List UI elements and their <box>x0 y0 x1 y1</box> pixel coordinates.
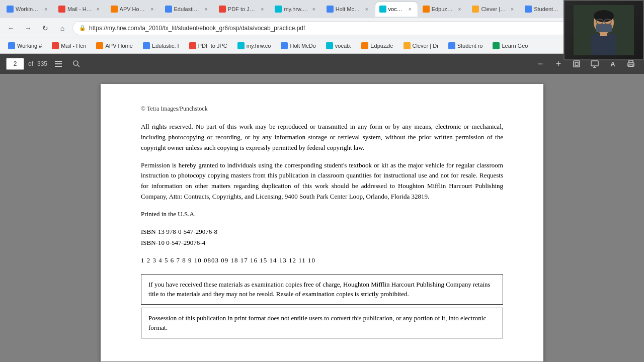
copyright-para: All rights reserved. No part of this wor… <box>141 122 503 153</box>
tab-pdftojpc[interactable]: PDF to JPC× <box>214 2 271 17</box>
tab-close-edulastic[interactable]: × <box>203 6 210 13</box>
isbn-block: ISBN-13 978-0-547-29076-8 ISBN-10 0-547-… <box>141 227 503 249</box>
isbn13: ISBN-13 978-0-547-29076-8 <box>141 227 503 237</box>
search-button[interactable] <box>69 57 84 71</box>
tab-close-edpuzzle[interactable]: × <box>456 6 463 13</box>
tab-favicon-working <box>7 6 14 13</box>
tab-favicon-clever <box>472 6 479 13</box>
address-bar[interactable]: 🔒 https://my.hrw.com/la_2010/tx_lit/stud… <box>72 21 606 35</box>
pdf-toolbar: of 335 − + <box>0 54 644 74</box>
tab-close-pdftojpc[interactable]: × <box>259 6 266 13</box>
tab-favicon-apv <box>111 6 118 13</box>
tab-label-clever: Clever | Di <box>481 6 507 12</box>
svg-line-4 <box>77 65 79 67</box>
bookmark-favicon <box>52 42 59 49</box>
tab-label-student: Student ro <box>534 6 559 12</box>
tab-edpuzzle[interactable]: Edpuzzle× <box>418 2 468 17</box>
examination-notice: If you have received these materials as … <box>141 274 503 305</box>
tab-edulastic[interactable]: Edulastic: I× <box>160 2 214 17</box>
svg-rect-2 <box>55 66 62 67</box>
bookmark-working-#[interactable]: Working # <box>4 41 46 50</box>
tab-myhrw[interactable]: my.hrw.co× <box>270 2 321 17</box>
pdf-page-1: © Tetra Images/Punchstock All rights res… <box>101 84 543 361</box>
svg-point-3 <box>73 61 78 65</box>
forward-button[interactable]: → <box>21 21 35 35</box>
bookmark-apv-home[interactable]: APV Home <box>92 41 136 50</box>
tab-label-myhrw: my.hrw.co <box>284 6 308 12</box>
svg-rect-18 <box>591 34 616 55</box>
bookmark-label: vocab. <box>335 43 351 49</box>
bookmark-vocab.[interactable]: vocab. <box>322 41 355 50</box>
svg-rect-19 <box>600 32 607 36</box>
home-button[interactable]: ⌂ <box>55 21 69 35</box>
tab-favicon-student <box>525 6 532 13</box>
tab-holt[interactable]: Holt McDo× <box>322 2 375 17</box>
url-display: https://my.hrw.com/la_2010/tx_lit/studen… <box>89 25 590 32</box>
bookmark-my.hrw.co[interactable]: my.hrw.co <box>233 41 275 50</box>
svg-rect-11 <box>629 60 633 63</box>
page-separator: of <box>28 60 33 67</box>
bookmark-favicon <box>281 42 288 49</box>
number-sequence: 1 2 3 4 5 6 7 8 9 10 0803 09 18 17 16 15… <box>141 255 503 266</box>
format-notice: Possession of this publication in print … <box>141 308 503 338</box>
tab-close-mail[interactable]: × <box>95 6 102 13</box>
tab-working[interactable]: Working #× <box>2 2 54 17</box>
bookmark-label: Learn Geo <box>502 43 528 49</box>
toggle-sidebar-button[interactable] <box>51 57 65 71</box>
tab-label-edpuzzle: Edpuzzle <box>432 6 454 12</box>
pdf-viewer: of 335 − + <box>0 54 644 362</box>
bookmark-label: Clever | Di <box>413 43 438 49</box>
bookmark-clever-|-di[interactable]: Clever | Di <box>399 41 442 50</box>
bookmark-pdf-to-jpc[interactable]: PDF to JPC <box>185 41 231 50</box>
tab-favicon-vocab <box>379 6 386 13</box>
svg-rect-0 <box>55 61 62 62</box>
bookmark-label: Holt McDo <box>290 43 315 49</box>
bookmark-favicon <box>361 42 368 49</box>
tab-close-myhrw[interactable]: × <box>310 6 317 13</box>
tab-close-apv[interactable]: × <box>149 6 156 13</box>
svg-rect-7 <box>591 61 598 66</box>
reload-button[interactable]: ↻ <box>38 21 52 35</box>
tab-close-clever[interactable]: × <box>509 6 516 13</box>
bookmark-student-ro[interactable]: Student ro <box>444 41 487 50</box>
page-number-input[interactable] <box>6 58 24 70</box>
tab-favicon-holt <box>327 6 334 13</box>
browser-chrome: Working #×Mail - Hen×APV Home×Edulastic:… <box>0 0 644 54</box>
tab-close-vocab[interactable]: × <box>407 6 414 13</box>
tab-label-pdftojpc: PDF to JPC <box>228 6 257 12</box>
printed-para: Printed in the U.S.A. <box>141 209 503 220</box>
tab-mail[interactable]: Mail - Hen× <box>54 2 106 17</box>
tab-close-holt[interactable]: × <box>363 6 370 13</box>
pdf-content-area[interactable]: © Tetra Images/Punchstock All rights res… <box>0 74 644 362</box>
bookmark-favicon <box>493 42 500 49</box>
bookmarks-bar: Working #Mail - HenAPV HomeEdulastic: IP… <box>0 38 644 53</box>
bookmark-favicon <box>8 42 15 49</box>
bookmark-holt-mcdo[interactable]: Holt McDo <box>277 41 319 50</box>
tab-label-apv: APV Home <box>120 6 147 12</box>
back-button[interactable]: ← <box>4 21 18 35</box>
bookmark-mail---hen[interactable]: Mail - Hen <box>48 41 90 50</box>
bookmark-edulastic:-i[interactable]: Edulastic: I <box>139 41 183 50</box>
tab-vocab[interactable]: vocab.× <box>375 2 418 17</box>
zoom-out-button[interactable]: − <box>533 57 547 71</box>
isbn10: ISBN-10 0-547-29076-4 <box>141 238 503 248</box>
bookmark-learn-geo[interactable]: Learn Geo <box>489 41 532 50</box>
total-pages: 335 <box>37 60 47 67</box>
security-icon: 🔒 <box>79 25 86 31</box>
tab-favicon-myhrw <box>275 6 282 13</box>
tab-favicon-edpuzzle <box>423 6 430 13</box>
tab-favicon-edulastic <box>165 6 172 13</box>
tab-label-edulastic: Edulastic: I <box>174 6 201 12</box>
bookmark-edpuzzle[interactable]: Edpuzzle <box>357 41 397 50</box>
tab-label-mail: Mail - Hen <box>67 6 93 12</box>
nav-bar: ← → ↻ ⌂ 🔒 https://my.hrw.com/la_2010/tx_… <box>0 18 644 38</box>
svg-rect-5 <box>574 61 580 67</box>
bookmark-label: APV Home <box>105 43 132 49</box>
tab-clever[interactable]: Clever | Di× <box>467 2 520 17</box>
bookmark-favicon <box>448 42 455 49</box>
tab-close-working[interactable]: × <box>42 6 49 13</box>
bookmark-favicon <box>96 42 103 49</box>
tab-apv[interactable]: APV Home× <box>106 2 160 17</box>
video-feed <box>565 1 643 59</box>
svg-rect-17 <box>596 24 612 32</box>
